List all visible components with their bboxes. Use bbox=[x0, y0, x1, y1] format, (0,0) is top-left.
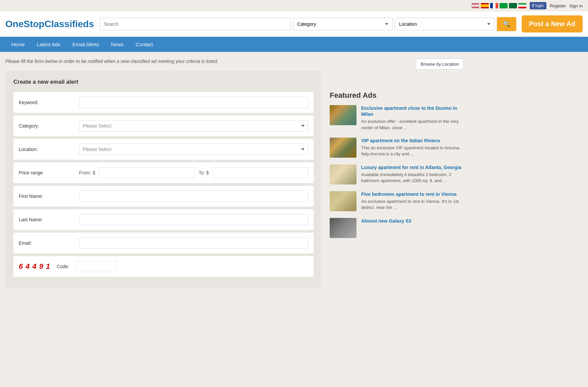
ad-thumbnail-atlanta bbox=[330, 164, 356, 184]
first-name-label: First Name: bbox=[19, 194, 79, 199]
flag-es[interactable] bbox=[481, 3, 489, 8]
category-field-select[interactable]: Please Select bbox=[79, 120, 308, 132]
ads-container: Exclusive apartment close to the Duomo i… bbox=[330, 105, 464, 238]
captcha-digit-2: 4 bbox=[25, 263, 29, 270]
category-field-label: Category: bbox=[19, 123, 79, 129]
nav-contact[interactable]: Contact bbox=[130, 37, 159, 52]
main-nav: Home Latest Ads Email Alerts News Contac… bbox=[0, 37, 588, 52]
header: OneStopClassifieds Category Location 🔍 P… bbox=[0, 11, 588, 37]
category-row: Category: Please Select bbox=[13, 115, 314, 136]
flag-icons bbox=[471, 3, 526, 8]
ad-title-atlanta[interactable]: Luxury apartment for rent in Atlanta, Ge… bbox=[361, 164, 464, 170]
sidebar: Browse by Location Featured Ads Exclusiv… bbox=[330, 59, 464, 288]
ad-title-galaxy[interactable]: Almost new Galaxy S3 bbox=[361, 218, 464, 224]
location-field-label: Location: bbox=[19, 147, 79, 152]
first-name-input[interactable] bbox=[79, 190, 308, 202]
ad-desc-milan: An exclusive offer - excellent apartment… bbox=[361, 119, 464, 131]
ad-info-atlanta: Luxury apartment for rent in Atlanta, Ge… bbox=[361, 164, 464, 184]
nav-email-alerts[interactable]: Email Alerts bbox=[66, 37, 105, 52]
content-area: Please fill the form below in order to b… bbox=[5, 59, 322, 288]
post-ad-button[interactable]: Post a New Ad bbox=[522, 15, 583, 32]
ad-item-galaxy: Almost new Galaxy S3 bbox=[330, 218, 464, 238]
flag-ir[interactable] bbox=[518, 3, 526, 8]
ad-info-galaxy: Almost new Galaxy S3 bbox=[361, 218, 464, 225]
ad-title-milan[interactable]: Exclusive apartment close to the Duomo i… bbox=[361, 105, 464, 117]
location-select[interactable]: Location bbox=[395, 18, 495, 30]
top-bar: f login Register Sign in bbox=[0, 0, 588, 11]
price-to-input[interactable] bbox=[213, 167, 308, 178]
site-logo[interactable]: OneStopClassifieds bbox=[5, 19, 94, 29]
ad-desc-atlanta: Available immediately.A beautiful 2 bedr… bbox=[361, 172, 464, 184]
facebook-icon: f bbox=[532, 3, 534, 8]
facebook-login-label: login bbox=[535, 3, 543, 8]
captcha-code-label: Code: bbox=[57, 264, 69, 269]
featured-ads-title: Featured Ads bbox=[330, 91, 464, 100]
last-name-input[interactable] bbox=[79, 214, 308, 225]
keyword-input[interactable] bbox=[79, 97, 308, 108]
nav-news[interactable]: News bbox=[105, 37, 130, 52]
form-title: Create a new email alert bbox=[13, 79, 314, 85]
ad-thumbnail-galaxy bbox=[330, 218, 356, 238]
location-field-select[interactable]: Please Select bbox=[79, 144, 308, 155]
price-range-label: Price range bbox=[19, 170, 79, 175]
search-bar: Category Location 🔍 bbox=[100, 17, 516, 31]
location-row: Location: Please Select bbox=[13, 139, 314, 160]
main-container: Please fill the form below in order to b… bbox=[0, 52, 469, 294]
flag-fr[interactable] bbox=[490, 3, 498, 8]
price-range-row: Price range From: $ To: $ bbox=[13, 162, 314, 183]
first-name-row: First Name: bbox=[13, 186, 314, 207]
email-label: Email: bbox=[19, 240, 79, 246]
ad-info-riviera: VIP apartment on the Italian Riviera Thi… bbox=[361, 138, 464, 157]
flag-br[interactable] bbox=[500, 3, 508, 8]
last-name-row: Last Name: bbox=[13, 209, 314, 230]
form-card: Create a new email alert Keyword: Catego… bbox=[5, 71, 322, 288]
ad-title-vienna[interactable]: Five bedrooms apartment to rent in Vienn… bbox=[361, 191, 464, 197]
ad-thumbnail-vienna bbox=[330, 191, 356, 211]
search-input[interactable] bbox=[100, 18, 291, 30]
flag-sa[interactable] bbox=[509, 3, 517, 8]
captcha-digits: 6 4 4 9 1 bbox=[19, 263, 50, 270]
captcha-input[interactable] bbox=[76, 261, 116, 272]
ad-thumbnail-milan bbox=[330, 105, 356, 125]
captcha-digit-4: 9 bbox=[39, 263, 43, 270]
last-name-label: Last Name: bbox=[19, 217, 79, 222]
search-icon: 🔍 bbox=[503, 21, 510, 27]
ad-item-milan: Exclusive apartment close to the Duomo i… bbox=[330, 105, 464, 131]
email-input[interactable] bbox=[79, 237, 308, 249]
captcha-digit-1: 6 bbox=[19, 263, 23, 270]
ad-info-milan: Exclusive apartment close to the Duomo i… bbox=[361, 105, 464, 131]
search-button[interactable]: 🔍 bbox=[497, 17, 516, 31]
nav-latest-ads[interactable]: Latest Ads bbox=[31, 37, 66, 52]
price-to-label: To: $ bbox=[199, 170, 209, 175]
captcha-digit-3: 4 bbox=[32, 263, 37, 270]
instructions-text: Please fill the form below in order to b… bbox=[5, 59, 322, 64]
captcha-row: 6 4 4 9 1 Code: bbox=[13, 256, 314, 277]
email-row: Email: bbox=[13, 233, 314, 253]
register-link[interactable]: Register bbox=[550, 3, 566, 8]
price-from-input[interactable] bbox=[99, 167, 195, 178]
ad-desc-vienna: An exclusive apartment to rent in Vienna… bbox=[361, 199, 464, 211]
ad-desc-riviera: This an exclusive VIP apartment located … bbox=[361, 145, 464, 157]
price-from-label: From: $ bbox=[79, 170, 95, 175]
price-range-inner: From: $ To: $ bbox=[79, 167, 308, 178]
ad-item-vienna: Five bedrooms apartment to rent in Vienn… bbox=[330, 191, 464, 211]
ad-item-riviera: VIP apartment on the Italian Riviera Thi… bbox=[330, 138, 464, 158]
keyword-label: Keyword: bbox=[19, 100, 79, 105]
captcha-digit-5: 1 bbox=[46, 263, 50, 270]
ad-info-vienna: Five bedrooms apartment to rent in Vienn… bbox=[361, 191, 464, 211]
facebook-login-button[interactable]: f login bbox=[530, 2, 546, 9]
signin-link[interactable]: Sign in bbox=[569, 3, 583, 8]
keyword-row: Keyword: bbox=[13, 92, 314, 113]
category-select[interactable]: Category bbox=[293, 18, 393, 30]
nav-home[interactable]: Home bbox=[5, 37, 31, 52]
flag-us[interactable] bbox=[471, 3, 479, 8]
ad-title-riviera[interactable]: VIP apartment on the Italian Riviera bbox=[361, 138, 464, 144]
browse-by-location-button[interactable]: Browse by Location bbox=[416, 59, 464, 70]
ad-item-atlanta: Luxury apartment for rent in Atlanta, Ge… bbox=[330, 164, 464, 184]
ad-thumbnail-riviera bbox=[330, 138, 356, 158]
